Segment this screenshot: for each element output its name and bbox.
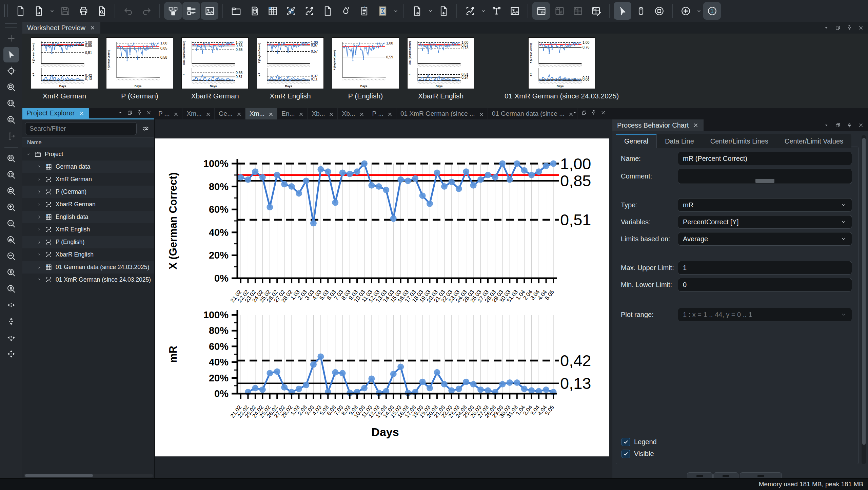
document-tab-3[interactable]: Xm...: [245, 108, 277, 119]
scrollbar-thumb[interactable]: [25, 474, 93, 477]
insert-text-button[interactable]: [488, 2, 505, 20]
open-folder-button[interactable]: [227, 2, 245, 20]
zoom-in-dropdown[interactable]: [695, 2, 703, 20]
document-tab-5[interactable]: Xb...: [308, 108, 338, 119]
import-document-button[interactable]: [435, 2, 452, 20]
tree-item-xbarr-german[interactable]: XbarR German: [22, 198, 154, 211]
document-tab-1[interactable]: Xm...: [182, 108, 214, 119]
preview-panel-float-button[interactable]: [833, 23, 842, 32]
expand-icon[interactable]: [37, 202, 42, 207]
statistics-sigma-button[interactable]: [374, 2, 391, 20]
document-strip-menu-button[interactable]: [571, 109, 579, 117]
document-strip-close-button[interactable]: [599, 109, 607, 117]
close-icon[interactable]: [328, 111, 333, 116]
document-tab-4[interactable]: En...: [277, 108, 308, 119]
expand-icon[interactable]: [37, 252, 42, 257]
crosshair-tool-button[interactable]: [3, 63, 19, 79]
print-button[interactable]: [75, 2, 92, 20]
explorer-panel-close-button[interactable]: [145, 109, 153, 117]
view-list-button[interactable]: [182, 2, 200, 20]
close-icon[interactable]: [205, 111, 210, 116]
zoom-area-button[interactable]: [3, 183, 19, 199]
document-tab-0[interactable]: P ...: [154, 108, 182, 119]
report-button[interactable]: [355, 2, 373, 20]
expand-both-button[interactable]: [3, 330, 19, 345]
worksheet-thumbnail[interactable]: 1,000,59P (English Correct)DaysP (Englis…: [332, 38, 399, 100]
close-icon[interactable]: [693, 122, 699, 128]
expand-icon[interactable]: [37, 227, 42, 232]
name-field[interactable]: [678, 152, 852, 165]
document-tab-2[interactable]: Ge...: [215, 108, 245, 119]
zoom-bounds-button[interactable]: [3, 167, 19, 183]
tree-item-xmr-english[interactable]: XmR English: [22, 223, 154, 236]
tree-item-01-xmr-german-since-24-03-2025[interactable]: 01 XmR German (since 24.03.2025): [22, 274, 154, 286]
close-icon[interactable]: [359, 111, 364, 116]
tab-general[interactable]: General: [616, 134, 657, 148]
filter-options-icon[interactable]: [139, 122, 152, 135]
zoom-in-button[interactable]: [677, 2, 694, 20]
zoom-window-button[interactable]: [3, 151, 19, 166]
insert-chart-button[interactable]: [461, 2, 479, 20]
explorer-panel-menu-button[interactable]: [116, 109, 124, 117]
max-upper-limit-field[interactable]: [678, 261, 852, 275]
zoom-in-horizontal-button[interactable]: [3, 232, 19, 248]
statistics-sigma-dropdown[interactable]: [392, 2, 399, 20]
search-input[interactable]: [25, 122, 137, 135]
tree-column-header[interactable]: Name: [22, 137, 154, 148]
open-file-button[interactable]: [30, 2, 47, 20]
expand-icon[interactable]: [37, 189, 42, 194]
min-lower-limit-field[interactable]: [678, 278, 852, 291]
zoom-out-button[interactable]: [3, 216, 19, 231]
worksheet-thumbnail[interactable]: 1,000,850,51X (German Correct)0,420,13mR…: [31, 38, 98, 100]
close-icon[interactable]: [478, 111, 484, 116]
tree-item-project[interactable]: Project: [22, 148, 154, 161]
worksheet-preview-tab[interactable]: Worksheet Preview: [22, 22, 100, 34]
expand-all-button[interactable]: [3, 346, 19, 362]
scrollbar-thumb[interactable]: [862, 138, 866, 445]
close-icon[interactable]: [387, 111, 392, 116]
close-icon[interactable]: [236, 111, 241, 116]
horizontal-scrollbar[interactable]: [24, 474, 153, 477]
expand-icon[interactable]: [37, 265, 42, 270]
document-tab-6[interactable]: Xb...: [338, 108, 368, 119]
new-cells-button[interactable]: [282, 2, 300, 20]
tab-center-limit-values[interactable]: Center/Limit Values: [776, 134, 851, 148]
color-style-button[interactable]: [337, 2, 355, 20]
rail-grip[interactable]: [5, 23, 17, 27]
close-icon[interactable]: [173, 111, 178, 116]
tab-center-limits-lines[interactable]: Center/Limits Lines: [702, 134, 776, 148]
properties-panel-pin-button[interactable]: [845, 121, 854, 130]
new-sheet-button[interactable]: [319, 2, 336, 20]
close-icon[interactable]: [298, 111, 303, 116]
pan-tool-button[interactable]: [632, 2, 650, 20]
preview-panel-pin-button[interactable]: [845, 23, 854, 32]
zoom-in-button[interactable]: [3, 200, 19, 215]
expand-icon[interactable]: [37, 164, 42, 169]
zoom-in-vertical-button[interactable]: [3, 265, 19, 280]
visible-checkbox[interactable]: [622, 450, 630, 458]
process-behavior-chart[interactable]: 0%20%40%60%80%100%21.0222.0223.0224.0225…: [155, 138, 609, 456]
tree-item-xbarr-english[interactable]: XbarR English: [22, 248, 154, 261]
document-tab-8[interactable]: 01 XmR German (since ...: [396, 108, 488, 119]
vertical-scrollbar[interactable]: [862, 135, 866, 464]
worksheet-thumbnail[interactable]: 1,000,870,57X (English Correct)0,370,11m…: [257, 38, 323, 100]
new-chart-sheet-button[interactable]: [300, 2, 318, 20]
insert-image-button[interactable]: [506, 2, 524, 20]
zoom-fit-horizontal-button[interactable]: [3, 248, 19, 264]
select-tool-button[interactable]: [3, 47, 19, 62]
resize-grip[interactable]: [755, 179, 774, 183]
zoom-selection-button[interactable]: [3, 96, 19, 111]
document-strip-float-button[interactable]: [580, 109, 588, 117]
close-icon[interactable]: [79, 110, 85, 116]
zoom-region-button[interactable]: [3, 112, 19, 128]
tree-item-english-data[interactable]: English data: [22, 211, 154, 223]
data-source-button[interactable]: [245, 2, 263, 20]
tab-data-line[interactable]: Data Line: [657, 134, 702, 148]
document-tab-7[interactable]: P ...: [368, 108, 396, 119]
collapse-icon[interactable]: [26, 152, 31, 157]
type-select[interactable]: mR: [678, 198, 852, 212]
edit-panes-button[interactable]: [587, 2, 605, 20]
expand-icon[interactable]: [37, 240, 42, 245]
explorer-panel-pin-button[interactable]: [135, 109, 143, 117]
explorer-panel-float-button[interactable]: [126, 109, 134, 117]
